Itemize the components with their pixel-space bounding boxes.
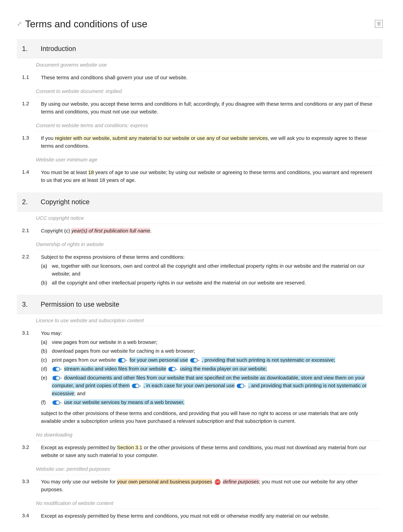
- toggle-pill-icon: [237, 384, 244, 388]
- note: Licence to use website and subscription …: [36, 314, 381, 326]
- clause-outro: subject to the other provisions of these…: [41, 409, 378, 425]
- section-header-1: 1. Introduction: [17, 39, 383, 58]
- list-item: (c) print pages from our website ▸ for y…: [41, 356, 378, 364]
- clause-number: 3.2: [22, 444, 32, 459]
- toggle-switch[interactable]: ▸: [168, 367, 178, 372]
- clause-body: Subject to the express provisions of the…: [41, 253, 378, 287]
- editable-field[interactable]: 18: [88, 170, 94, 175]
- title-wrap: ⤢ Terms and conditions of use: [17, 17, 147, 31]
- toc-button[interactable]: ☰: [375, 20, 383, 28]
- chevron-right-icon: ▸: [60, 375, 62, 381]
- clause-text: You may only use our website for: [41, 479, 117, 484]
- section-number: 1.: [22, 44, 32, 53]
- item-letter: (f): [41, 399, 50, 406]
- clause-number: 1.4: [22, 168, 32, 184]
- clause-text: If you: [41, 135, 55, 141]
- note: Consent to website document: implied: [36, 85, 381, 97]
- clause: 2.2 Subject to the express provisions of…: [17, 250, 383, 290]
- item-text: we, together with our licensors, own and…: [52, 262, 378, 278]
- note: No modification of website content: [36, 497, 381, 509]
- section-header-3: 3. Permission to use website: [17, 295, 383, 314]
- clause-number: 3.3: [22, 478, 32, 494]
- clause-body: Copyright (c) year(s) of first publicati…: [41, 227, 378, 235]
- list-item: (e) ▸ download documents and other files…: [41, 374, 378, 398]
- list-item: (b) download pages from our website for …: [41, 347, 378, 355]
- toggle-switch[interactable]: ▸: [52, 375, 62, 381]
- clause-body: You must be at least 18 years of age to …: [41, 168, 378, 184]
- clause-text: You must be at least: [41, 170, 88, 175]
- clause-text: Except as expressly permitted by: [41, 445, 117, 450]
- list-item: (b) all the copyright and other intellec…: [41, 279, 378, 287]
- toggle-pill-icon: [52, 400, 60, 405]
- toggle-switch[interactable]: ▸: [190, 358, 200, 363]
- toggle-pill-icon: [168, 367, 176, 371]
- clause-intro: Subject to the express provisions of the…: [41, 253, 378, 261]
- note: UCC copyright notice: [36, 211, 381, 224]
- clause: 3.3 You may only use our website for you…: [17, 475, 383, 497]
- page-header: ⤢ Terms and conditions of use ☰: [17, 17, 383, 31]
- clause-body: If you register with our website, submit…: [41, 134, 378, 150]
- toggle-pill-icon: [118, 358, 126, 362]
- list-item: (a) view pages from our website in a web…: [41, 338, 378, 346]
- item-text: download pages from our website for cach…: [52, 347, 378, 355]
- optional-text[interactable]: using the media player on our website;: [180, 366, 267, 372]
- page-title: Terms and conditions of use: [25, 17, 147, 31]
- optional-text[interactable]: , in each case for your own personal use: [143, 383, 235, 388]
- toggle-pill-icon: [52, 367, 60, 371]
- clause-body: Except as expressly permitted by these t…: [41, 512, 378, 520]
- toggle-switch[interactable]: ▸: [237, 383, 246, 389]
- toggle-switch[interactable]: ▸: [52, 367, 62, 372]
- toggle-pill-icon: [190, 358, 198, 362]
- chevron-right-icon: ▸: [140, 383, 141, 389]
- editable-field[interactable]: register with our website, submit any ma…: [55, 135, 268, 141]
- section-header-2: 2. Copyright notice: [17, 192, 383, 211]
- toggle-switch[interactable]: ▸: [52, 400, 62, 405]
- clause-body: You may: (a) view pages from our website…: [41, 329, 378, 425]
- clause-text: .: [150, 228, 151, 234]
- section-number: 2.: [22, 197, 32, 207]
- note: Document governs website use: [36, 58, 381, 71]
- toggle-switch[interactable]: ▸: [118, 358, 127, 363]
- expand-icon[interactable]: ⤢: [17, 19, 22, 28]
- placeholder-field[interactable]: define purposes: [223, 479, 259, 484]
- toggle-switch[interactable]: ▸: [132, 383, 141, 389]
- chevron-right-icon: ▸: [176, 367, 178, 372]
- clause: 3.4 Except as expressly permitted by the…: [17, 509, 383, 523]
- item-plain: ; and: [74, 391, 86, 396]
- chevron-right-icon: ▸: [245, 383, 246, 389]
- placeholder-field[interactable]: year(s) of first publication full name: [71, 228, 150, 234]
- chevron-right-icon: ▸: [60, 367, 62, 372]
- optional-text[interactable]: , providing that such printing is not sy…: [202, 357, 335, 363]
- optional-text[interactable]: stream audio and video files from our we…: [64, 366, 166, 372]
- list-icon: ☰: [377, 21, 381, 27]
- sub-list: (a) we, together with our licensors, own…: [41, 262, 378, 287]
- clause-body: These terms and conditions shall govern …: [41, 74, 378, 82]
- clause-number: 1.3: [22, 134, 32, 150]
- clause-number: 2.1: [22, 227, 32, 235]
- item-letter: (a): [41, 262, 50, 278]
- chevron-right-icon: ▸: [60, 400, 62, 405]
- option-text[interactable]: your own personal and business purposes: [117, 479, 212, 484]
- clause-body: By using our website, you accept these t…: [41, 100, 378, 116]
- clause-body: You may only use our website for your ow…: [41, 478, 378, 494]
- note: Website user minimum age: [36, 153, 381, 165]
- optional-text[interactable]: use our website services by means of a w…: [64, 399, 184, 405]
- note: No downloading: [36, 428, 381, 441]
- section-title: Permission to use website: [41, 299, 119, 309]
- item-letter: (b): [41, 347, 50, 355]
- section-title: Copyright notice: [41, 197, 90, 207]
- chevron-right-icon: ▸: [198, 358, 200, 363]
- clause-number: 1.1: [22, 74, 32, 82]
- optional-text[interactable]: for your own personal use: [130, 357, 188, 363]
- clause: 1.2 By using our website, you accept the…: [17, 97, 383, 119]
- item-letter: (b): [41, 279, 50, 287]
- note: Consent to website terms and conditions:…: [36, 119, 381, 131]
- sub-list: (a) view pages from our website in a web…: [41, 338, 378, 406]
- section-title: Introduction: [41, 44, 76, 53]
- clause-body: Except as expressly permitted by Section…: [41, 444, 378, 459]
- item-text: view pages from our website in a web bro…: [52, 338, 378, 346]
- item-text: all the copyright and other intellectual…: [52, 279, 378, 287]
- or-badge[interactable]: OR: [215, 479, 220, 485]
- note: Ownership of rights in website: [36, 238, 381, 250]
- editable-field[interactable]: Section 3.1: [117, 445, 142, 450]
